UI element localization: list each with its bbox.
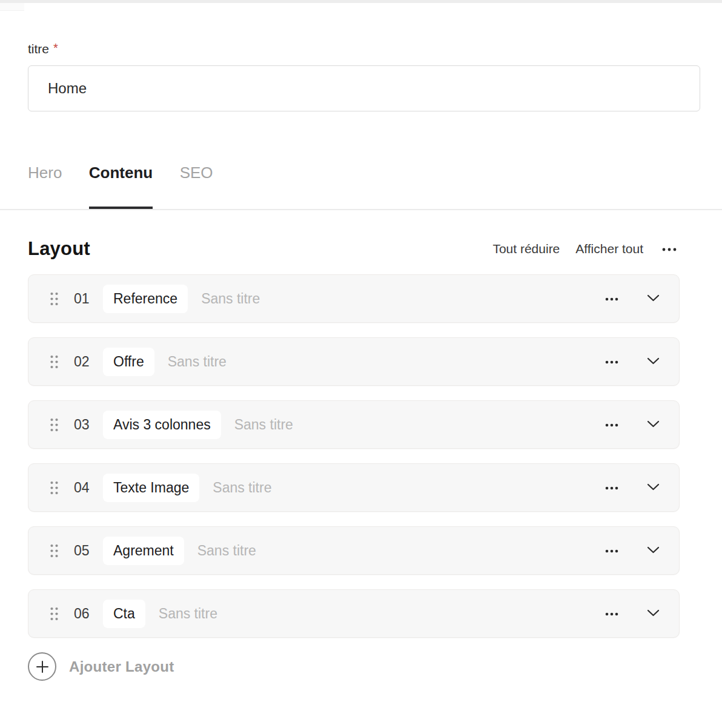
row-title: Sans titre (213, 480, 271, 496)
row-collapse-button[interactable] (644, 544, 662, 558)
title-input[interactable] (28, 65, 700, 111)
layout-rows-list: 01 Reference Sans titre 02 Offre Sans ti… (28, 274, 722, 638)
layout-row-05[interactable]: 05 Agrement Sans titre (28, 526, 680, 575)
top-left-remnant (0, 3, 24, 11)
add-layout-button[interactable]: Ajouter Layout (28, 652, 722, 681)
tab-seo[interactable]: SEO (180, 164, 213, 209)
row-collapse-button[interactable] (644, 481, 662, 495)
component-type-badge: Avis 3 colonnes (103, 411, 221, 439)
drag-handle-icon[interactable] (49, 417, 59, 433)
ellipsis-icon (604, 546, 619, 555)
title-field-label: titre (28, 42, 49, 56)
chevron-down-icon (647, 294, 660, 303)
component-type-badge: Cta (103, 600, 145, 628)
layout-row-01[interactable]: 01 Reference Sans titre (28, 274, 680, 323)
component-type-badge: Reference (103, 285, 188, 313)
layout-section-actions: Tout réduire Afficher tout (492, 242, 680, 256)
row-number: 03 (74, 417, 94, 433)
component-type-badge: Agrement (103, 537, 184, 565)
edit-page-content: titre* Hero Contenu SEO Layout Tout rédu… (0, 41, 722, 681)
chevron-down-icon (647, 546, 660, 555)
add-layout-label: Ajouter Layout (69, 658, 174, 675)
title-field-label-row: titre* (28, 41, 722, 56)
drag-handle-icon[interactable] (49, 480, 59, 496)
layout-section-title: Layout (28, 238, 90, 260)
row-menu-button[interactable] (602, 418, 621, 432)
chevron-down-icon (647, 357, 660, 366)
ellipsis-icon (604, 420, 619, 429)
row-title: Sans titre (234, 417, 293, 433)
collapse-all-link[interactable]: Tout réduire (492, 242, 560, 256)
ellipsis-icon (604, 609, 619, 618)
tab-bar: Hero Contenu SEO (0, 164, 722, 210)
tab-contenu[interactable]: Contenu (89, 164, 153, 209)
plus-icon (28, 652, 56, 681)
tab-hero[interactable]: Hero (28, 164, 62, 209)
layout-row-06[interactable]: 06 Cta Sans titre (28, 589, 680, 638)
row-collapse-button[interactable] (644, 292, 662, 306)
drag-handle-icon[interactable] (49, 291, 59, 307)
row-number: 04 (74, 480, 94, 496)
drag-handle-icon[interactable] (49, 543, 59, 559)
layout-row-04[interactable]: 04 Texte Image Sans titre (28, 463, 680, 512)
row-menu-button[interactable] (602, 355, 621, 369)
row-menu-button[interactable] (602, 481, 621, 495)
chevron-down-icon (647, 420, 660, 429)
row-title: Sans titre (201, 291, 260, 307)
row-number: 02 (74, 354, 94, 370)
row-collapse-button[interactable] (644, 418, 662, 432)
row-menu-button[interactable] (602, 607, 621, 621)
top-scroll-strip (0, 0, 722, 3)
layout-section-menu-button[interactable] (659, 242, 680, 256)
ellipsis-icon (604, 294, 619, 303)
layout-row-02[interactable]: 02 Offre Sans titre (28, 337, 680, 386)
row-title: Sans titre (168, 354, 227, 370)
expand-all-link[interactable]: Afficher tout (575, 242, 643, 256)
row-title: Sans titre (197, 543, 256, 559)
row-collapse-button[interactable] (644, 355, 662, 369)
drag-handle-icon[interactable] (49, 606, 59, 622)
row-number: 05 (74, 543, 94, 559)
row-number: 01 (74, 291, 94, 307)
drag-handle-icon[interactable] (49, 354, 59, 370)
row-collapse-button[interactable] (644, 607, 662, 621)
required-asterisk: * (53, 41, 58, 55)
row-menu-button[interactable] (602, 292, 621, 306)
row-menu-button[interactable] (602, 544, 621, 558)
ellipsis-icon (604, 483, 619, 492)
component-type-badge: Offre (103, 348, 154, 376)
layout-section-header: Layout Tout réduire Afficher tout (28, 238, 680, 260)
row-title: Sans titre (159, 606, 217, 622)
chevron-down-icon (647, 609, 660, 618)
component-type-badge: Texte Image (103, 474, 199, 502)
row-number: 06 (74, 606, 94, 622)
ellipsis-icon (661, 245, 677, 254)
chevron-down-icon (647, 483, 660, 492)
ellipsis-icon (604, 357, 619, 366)
layout-row-03[interactable]: 03 Avis 3 colonnes Sans titre (28, 400, 680, 449)
